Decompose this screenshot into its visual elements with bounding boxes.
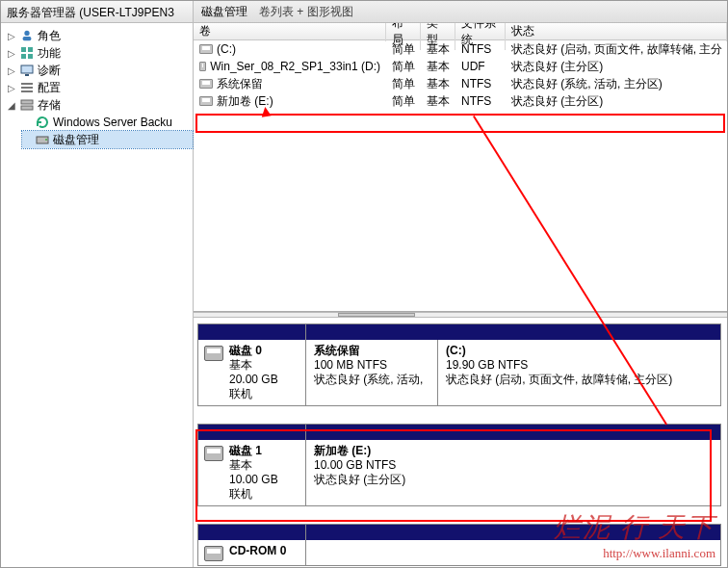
volume-name: 系统保留 — [217, 76, 263, 92]
volume-icon — [199, 96, 213, 106]
disk-state: 联机 — [229, 387, 252, 400]
disk-info: 磁盘 0基本20.00 GB联机 — [198, 324, 306, 405]
disk-titlebar — [198, 425, 305, 440]
svg-rect-6 — [21, 65, 33, 73]
partition-status: 状态良好 (系统, 活动, — [314, 373, 423, 386]
disk-info: 磁盘 1基本10.00 GB联机 — [198, 425, 306, 505]
disk-type: 基本 — [229, 458, 252, 472]
scrollbar-thumb[interactable] — [338, 313, 415, 317]
tree-node-features[interactable]: ▷ 功能 — [7, 44, 193, 62]
col-type[interactable]: 类型 — [421, 23, 455, 50]
svg-rect-12 — [21, 106, 33, 110]
partition-size: 10.00 GB NTFS — [314, 458, 396, 472]
content-header: 磁盘管理 卷列表 + 图形视图 — [194, 1, 727, 23]
partition-pane[interactable]: 新加卷 (E:)10.00 GB NTFS状态良好 (主分区) — [306, 440, 720, 505]
partition-title: 系统保留 — [314, 344, 360, 357]
volume-row[interactable]: 新加卷 (E:)简单基本NTFS状态良好 (主分区) — [194, 92, 727, 110]
volume-layout: 简单 — [386, 75, 421, 93]
disk-title: 磁盘 1 — [229, 444, 262, 457]
partition-pane[interactable]: (C:)19.90 GB NTFS状态良好 (启动, 页面文件, 故障转储, 主… — [437, 340, 720, 405]
expand-icon[interactable]: ▷ — [7, 48, 16, 58]
col-filesystem[interactable]: 文件系统 — [455, 23, 506, 50]
disk-size: 10.00 GB — [229, 473, 278, 486]
disk-info: CD-ROM 0 — [198, 525, 306, 565]
disk-row[interactable]: CD-ROM 0 — [197, 524, 721, 566]
svg-point-14 — [45, 139, 47, 141]
svg-rect-10 — [21, 90, 33, 92]
svg-rect-7 — [25, 74, 29, 76]
tree-header: 服务器管理器 (USER-LTJ9PEN3 — [1, 1, 193, 23]
disk-title: CD-ROM 0 — [229, 544, 286, 557]
expand-icon[interactable]: ▷ — [7, 83, 16, 92]
volume-status: 状态良好 (系统, 活动, 主分区) — [506, 75, 727, 93]
tree-label: 诊断 — [38, 63, 61, 79]
disk-hw-icon — [204, 546, 223, 561]
disk-titlebar — [306, 324, 720, 340]
volume-row[interactable]: 系统保留简单基本NTFS状态良好 (系统, 活动, 主分区) — [194, 75, 727, 92]
partition-status: 状态良好 (主分区) — [314, 473, 405, 486]
role-icon — [19, 28, 35, 43]
col-status[interactable]: 状态 — [506, 23, 727, 41]
disk-row[interactable]: 磁盘 0基本20.00 GB联机系统保留100 MB NTFS状态良好 (系统,… — [197, 323, 721, 406]
disk-type: 基本 — [229, 358, 252, 372]
volume-status: 状态良好 (启动, 页面文件, 故障转储, 主分 — [506, 40, 727, 59]
diagnostics-icon — [19, 63, 35, 78]
storage-icon — [19, 97, 35, 113]
expand-icon[interactable]: ▷ — [7, 31, 16, 40]
tree-node-diskmgmt[interactable]: 磁盘管理 — [22, 131, 193, 148]
volume-layout: 简单 — [386, 92, 421, 111]
tree-node-diagnostics[interactable]: ▷ 诊断 — [7, 62, 193, 79]
svg-rect-1 — [23, 37, 32, 40]
tree-label: 存储 — [38, 97, 61, 114]
volume-fs: NTFS — [455, 93, 506, 109]
expand-icon[interactable]: ▷ — [7, 65, 16, 75]
disk-hw-icon — [204, 346, 223, 361]
content-subtitle: 卷列表 + 图形视图 — [259, 4, 353, 20]
partition-title: 新加卷 (E:) — [314, 444, 371, 457]
collapse-icon[interactable]: ◢ — [7, 100, 16, 110]
disk-hw-icon — [204, 446, 223, 461]
content-panel: 磁盘管理 卷列表 + 图形视图 卷 布局 类型 文件系统 状态 (C:)简单基本… — [194, 1, 727, 567]
col-layout[interactable]: 布局 — [386, 23, 421, 50]
svg-rect-4 — [21, 54, 26, 59]
partition-size: 100 MB NTFS — [314, 358, 387, 372]
tree-node-wsb[interactable]: Windows Server Backu — [22, 114, 193, 131]
col-volume[interactable]: 卷 — [194, 23, 386, 41]
tree-label: 磁盘管理 — [53, 132, 99, 148]
volume-row[interactable]: Win_Ser_08_R2_SP1_33in1 (D:)简单基本UDF状态良好 … — [194, 58, 727, 75]
volume-icon — [199, 62, 206, 71]
svg-rect-3 — [28, 47, 33, 52]
disk-row[interactable]: 磁盘 1基本10.00 GB联机新加卷 (E:)10.00 GB NTFS状态良… — [197, 424, 721, 506]
volume-name: (C:) — [217, 42, 236, 56]
svg-rect-5 — [28, 54, 33, 59]
nav-tree: 服务器管理器 (USER-LTJ9PEN3 ▷ 角色 ▷ 功能 ▷ 诊断 ▷ 配… — [1, 1, 194, 567]
svg-point-0 — [24, 31, 29, 36]
svg-rect-8 — [21, 83, 33, 85]
volume-fs: UDF — [455, 59, 506, 74]
volume-type: 基本 — [421, 92, 455, 111]
disk-titlebar — [306, 525, 720, 540]
volume-status: 状态良好 (主分区) — [506, 92, 727, 111]
volume-layout: 简单 — [386, 58, 421, 76]
tree-label: Windows Server Backu — [53, 116, 172, 129]
disk-titlebar — [306, 425, 720, 440]
partition-title: (C:) — [446, 344, 466, 357]
volume-icon — [199, 79, 213, 89]
tree-node-config[interactable]: ▷ 配置 — [7, 79, 193, 96]
volume-type: 基本 — [421, 58, 455, 76]
tree-label: 角色 — [38, 28, 61, 44]
disk-panes — [306, 525, 720, 565]
backup-icon — [35, 115, 50, 130]
disk-graphical-view: 磁盘 0基本20.00 GB联机系统保留100 MB NTFS状态良好 (系统,… — [194, 318, 727, 567]
partition-status: 状态良好 (启动, 页面文件, 故障转储, 主分区) — [446, 373, 672, 386]
disk-panes: 系统保留100 MB NTFS状态良好 (系统, 活动,(C:)19.90 GB… — [306, 324, 720, 405]
disk-icon — [35, 132, 50, 147]
annotation-highlight-row — [195, 114, 725, 133]
tree-node-storage[interactable]: ◢ 存储 — [7, 96, 193, 114]
tree-label: 功能 — [38, 45, 61, 62]
tree-node-roles[interactable]: ▷ 角色 — [7, 27, 193, 44]
volume-status: 状态良好 (主分区) — [506, 58, 727, 76]
volume-list: 卷 布局 类型 文件系统 状态 (C:)简单基本NTFS状态良好 (启动, 页面… — [194, 23, 727, 312]
partition-pane[interactable]: 系统保留100 MB NTFS状态良好 (系统, 活动, — [306, 340, 437, 405]
config-icon — [19, 80, 35, 95]
